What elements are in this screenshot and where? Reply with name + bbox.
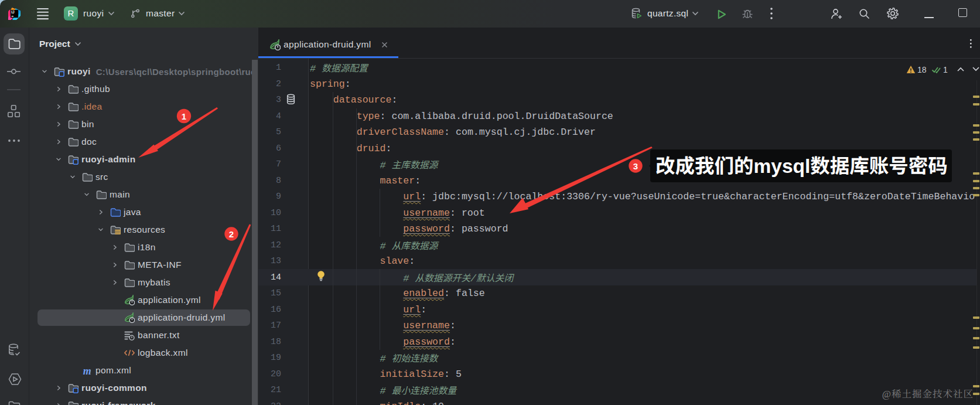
svg-text:2: 2 [229, 229, 234, 239]
svg-text:1: 1 [182, 111, 186, 121]
svg-text:3: 3 [633, 161, 638, 171]
